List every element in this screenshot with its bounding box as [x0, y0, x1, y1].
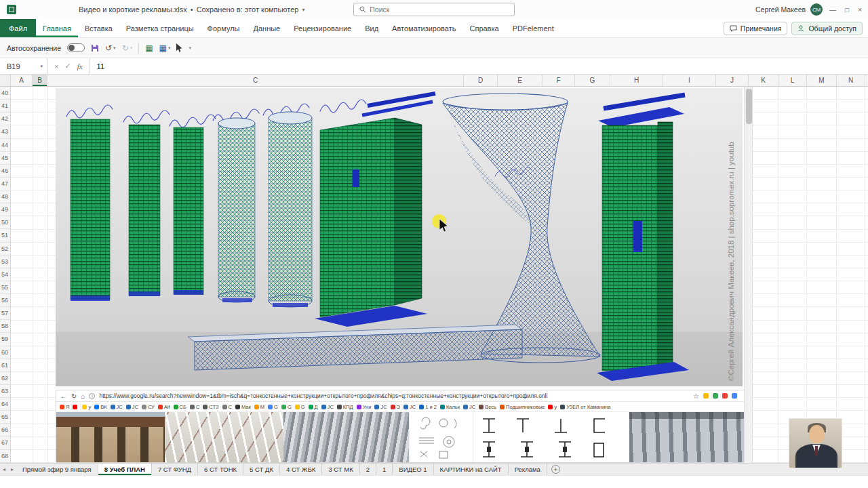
- formula-value[interactable]: 11: [90, 62, 104, 70]
- sheet-nav-right-icon[interactable]: ▸: [8, 464, 16, 475]
- bookmark-item[interactable]: JC: [321, 404, 334, 410]
- back-icon[interactable]: ←: [60, 392, 67, 400]
- row-header[interactable]: 50: [0, 216, 10, 229]
- row-header[interactable]: 42: [0, 113, 10, 125]
- undo-button[interactable]: ↺▾: [105, 43, 116, 53]
- restore-button[interactable]: □: [843, 6, 851, 14]
- bookmark-item[interactable]: Кальк: [440, 404, 460, 410]
- table-style-icon[interactable]: ▦▾: [159, 43, 171, 53]
- user-name[interactable]: Сергей Макеев: [755, 5, 806, 14]
- sheet-tab[interactable]: 8 Учеб ПЛАН: [98, 464, 152, 475]
- bookmark-item[interactable]: КПД: [337, 404, 353, 410]
- column-header-N[interactable]: N: [837, 75, 865, 86]
- column-header-M[interactable]: M: [807, 75, 837, 86]
- sheet-tab[interactable]: 7 СТ ФУНД: [152, 464, 198, 475]
- bookmark-item[interactable]: Мак: [235, 404, 251, 410]
- row-header[interactable]: 40: [0, 87, 10, 100]
- namebox-dropdown-icon[interactable]: ▾: [40, 64, 43, 69]
- bookmark-item[interactable]: СУ: [142, 404, 155, 410]
- row-header[interactable]: 48: [0, 190, 10, 203]
- ribbon-tab[interactable]: Автоматизировать: [385, 19, 462, 37]
- customize-toolbar-icon[interactable]: ▾: [189, 45, 191, 51]
- row-header[interactable]: 59: [0, 333, 10, 346]
- row-header[interactable]: 41: [0, 100, 10, 113]
- row-header[interactable]: 62: [0, 372, 10, 385]
- file-tab[interactable]: Файл: [0, 19, 36, 37]
- site-info-icon[interactable]: i: [89, 393, 95, 399]
- column-header-B[interactable]: B: [33, 75, 47, 86]
- embedded-3d-models-image[interactable]: ©Сергей Александрович Макеев, 2018 | sho…: [56, 88, 743, 386]
- row-header[interactable]: 45: [0, 152, 10, 165]
- column-header-F[interactable]: F: [542, 75, 575, 86]
- home-icon[interactable]: ⌂: [81, 392, 85, 400]
- sheet-tab[interactable]: 5 СТ ДК: [243, 464, 280, 475]
- row-header[interactable]: 44: [0, 139, 10, 152]
- search-input[interactable]: [370, 5, 509, 14]
- bookmark-item[interactable]: ВК: [94, 404, 106, 410]
- search-box[interactable]: [353, 3, 515, 16]
- chevron-down-icon[interactable]: ▾: [302, 7, 304, 13]
- bookmark-item[interactable]: JC: [403, 404, 416, 410]
- sheet-tab[interactable]: 4 СТ ЖБК: [280, 464, 322, 475]
- result-thumbnail-section-drawings[interactable]: [473, 412, 629, 462]
- bookmark-item[interactable]: С: [190, 404, 199, 410]
- ribbon-tab[interactable]: Главная: [36, 19, 78, 37]
- bookmark-star-icon[interactable]: ☆: [693, 392, 699, 400]
- row-header[interactable]: 65: [0, 411, 10, 424]
- bookmark-item[interactable]: G: [281, 404, 292, 410]
- sheet-nav-left-icon[interactable]: ◂: [0, 464, 8, 475]
- bookmark-item[interactable]: СБ: [174, 404, 186, 410]
- sheet-tab[interactable]: Реклама: [509, 464, 547, 475]
- row-header[interactable]: 64: [0, 398, 10, 411]
- autosave-toggle[interactable]: [67, 43, 85, 52]
- row-header[interactable]: 66: [0, 424, 10, 436]
- sheet-tab[interactable]: Прямой эфир 9 января: [16, 464, 98, 475]
- column-header-H[interactable]: H: [610, 75, 663, 86]
- bookmark-item[interactable]: Подшипниковые: [500, 404, 545, 410]
- bookmark-item[interactable]: М: [254, 404, 264, 410]
- bookmark-item[interactable]: СТЗ: [203, 404, 218, 410]
- row-header[interactable]: 67: [0, 436, 10, 449]
- cancel-entry-icon[interactable]: ×: [54, 62, 58, 70]
- bookmark-item[interactable]: УЗЕЛ от Каманина: [560, 404, 610, 410]
- extension-icon[interactable]: [732, 393, 737, 399]
- extension-icon[interactable]: [713, 393, 718, 399]
- vertical-scrollbar[interactable]: [744, 87, 753, 463]
- bookmark-item[interactable]: Весь: [479, 404, 496, 410]
- ribbon-tab[interactable]: Рецензирование: [287, 19, 358, 37]
- row-header[interactable]: 60: [0, 346, 10, 359]
- ribbon-tab[interactable]: PDFelement: [506, 19, 561, 37]
- select-cursor-icon[interactable]: [176, 43, 182, 52]
- ribbon-tab[interactable]: Справка: [462, 19, 505, 37]
- row-header[interactable]: 57: [0, 307, 10, 320]
- address-bar-url[interactable]: https://www.google.ru/search?newwindow=1…: [99, 392, 689, 399]
- row-header[interactable]: 49: [0, 203, 10, 216]
- bookmark-item[interactable]: Alf: [158, 404, 170, 410]
- result-thumbnail-steel-framing[interactable]: [629, 412, 752, 462]
- sheet-tab[interactable]: КАРТИНКИ на САЙТ: [434, 464, 509, 475]
- bookmark-item[interactable]: JC: [374, 404, 387, 410]
- scrollbar-thumb[interactable]: [746, 89, 752, 124]
- sheet-tab[interactable]: ВИДЕО 1: [393, 464, 433, 475]
- bookmark-item[interactable]: 1 и 2: [419, 404, 437, 410]
- result-thumbnail-house-photo[interactable]: [56, 412, 165, 462]
- column-header-A[interactable]: A: [11, 75, 33, 86]
- result-thumbnail-aluminum-profiles[interactable]: [283, 412, 409, 462]
- add-sheet-button[interactable]: +: [551, 465, 560, 474]
- bookmark-item[interactable]: JC: [126, 404, 138, 410]
- bookmark-item[interactable]: Д: [309, 404, 318, 410]
- row-header[interactable]: 47: [0, 178, 10, 190]
- row-header[interactable]: 53: [0, 256, 10, 268]
- ribbon-tab[interactable]: Вставка: [78, 19, 119, 37]
- column-header-K[interactable]: K: [749, 75, 778, 86]
- row-header[interactable]: 46: [0, 165, 10, 178]
- bookmark-item[interactable]: G: [295, 404, 305, 410]
- ribbon-tab[interactable]: Формулы: [201, 19, 247, 37]
- extension-icon[interactable]: [722, 393, 728, 399]
- close-button[interactable]: ×: [856, 6, 864, 14]
- bookmark-item[interactable]: JC: [111, 404, 123, 410]
- row-header[interactable]: 54: [0, 268, 10, 281]
- ribbon-tab[interactable]: Вид: [358, 19, 385, 37]
- row-header[interactable]: 51: [0, 229, 10, 242]
- row-header[interactable]: 56: [0, 294, 10, 307]
